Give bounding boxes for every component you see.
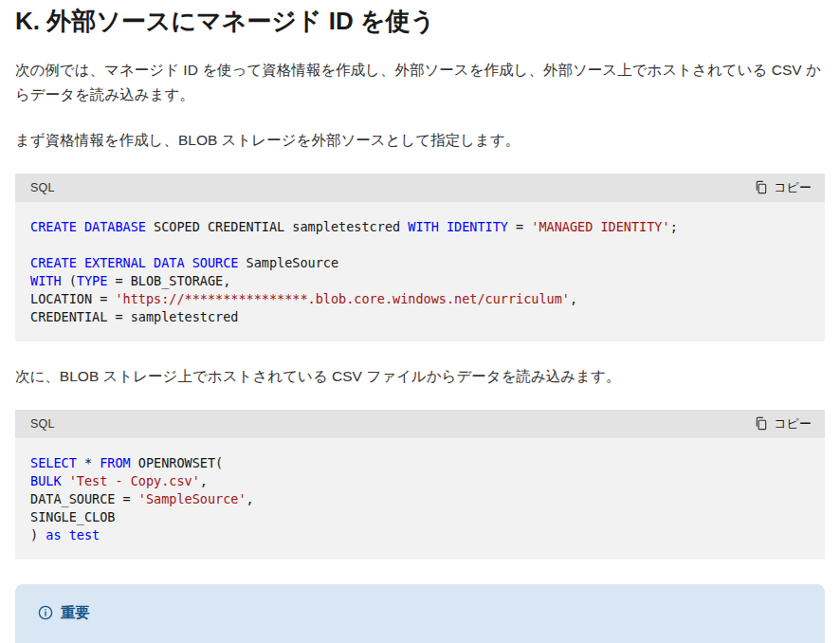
copy-button[interactable]: コピー — [754, 415, 812, 432]
copy-icon — [754, 416, 768, 431]
code-block-header: SQL コピー — [15, 410, 825, 438]
code-block-credential: SQL コピー CREATE DATABASE SCOPED CREDENTIA… — [15, 174, 825, 341]
step2-paragraph: 次に、BLOB ストレージ上でホストされている CSV ファイルからデータを読み… — [15, 364, 825, 389]
copy-icon — [754, 180, 768, 194]
code-line: CREATE DATABASE SCOPED CREDENTIAL sample… — [30, 218, 810, 236]
copy-button-label: コピー — [774, 415, 812, 432]
intro-paragraph: 次の例では、マネージド ID を使って資格情報を作成し、外部ソースを作成し、外部… — [15, 58, 825, 107]
copy-button[interactable]: コピー — [754, 179, 812, 196]
code-line — [30, 236, 810, 254]
article-content: K. 外部ソースにマネージド ID を使う 次の例では、マネージド ID を使っ… — [0, 0, 840, 643]
code-line: LOCATION = 'https://****************.blo… — [30, 290, 810, 308]
code-block-openrowset: SQL コピー SELECT * FROM OPENROWSET(BULK 'T… — [15, 410, 825, 560]
code-line: WITH (TYPE = BLOB_STORAGE, — [30, 272, 810, 290]
important-alert: 重要 Azure SQL データベース でサポートされるのは、Azure Blo… — [15, 584, 825, 643]
code-line: SELECT * FROM OPENROWSET( — [30, 454, 810, 472]
code-block-header: SQL コピー — [15, 174, 825, 202]
code-language-label: SQL — [30, 181, 55, 194]
alert-title-text: 重要 — [61, 603, 90, 623]
code-line: CREDENTIAL = sampletestcred — [30, 308, 810, 326]
alert-title: 重要 — [38, 603, 802, 623]
code-content[interactable]: SELECT * FROM OPENROWSET(BULK 'Test - Co… — [15, 438, 825, 560]
code-language-label: SQL — [30, 417, 55, 431]
code-line: SINGLE_CLOB — [30, 508, 810, 526]
page-title: K. 外部ソースにマネージド ID を使う — [15, 6, 825, 37]
step1-paragraph: まず資格情報を作成し、BLOB ストレージを外部ソースとして指定します。 — [15, 128, 825, 153]
code-line: DATA_SOURCE = 'SampleSource', — [30, 490, 810, 508]
info-circle-icon — [38, 605, 53, 620]
code-content[interactable]: CREATE DATABASE SCOPED CREDENTIAL sample… — [15, 202, 825, 341]
code-line: BULK 'Test - Copy.csv', — [30, 472, 810, 490]
copy-button-label: コピー — [774, 179, 812, 196]
code-line: CREATE EXTERNAL DATA SOURCE SampleSource — [30, 254, 810, 272]
code-line: ) as test — [30, 526, 810, 544]
